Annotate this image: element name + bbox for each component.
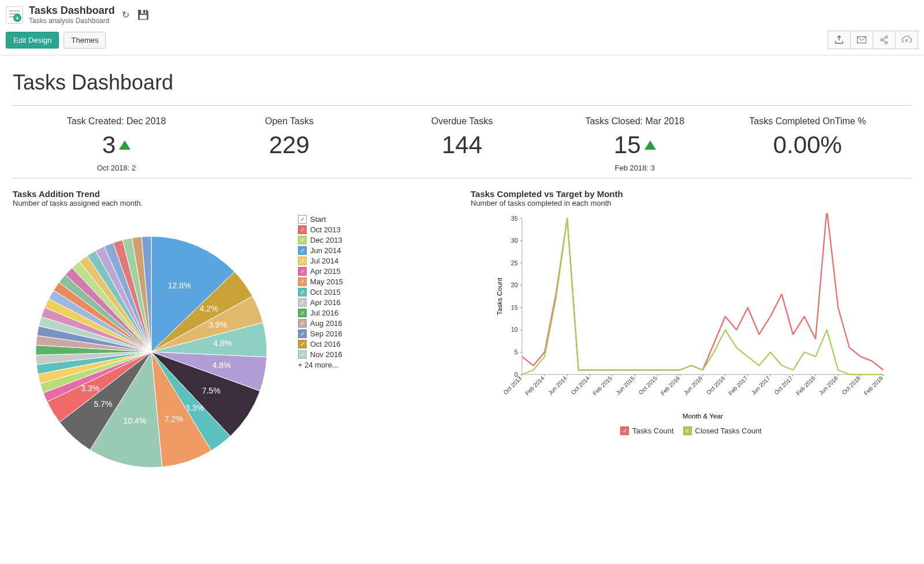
- export-icon[interactable]: [828, 31, 851, 49]
- legend-label: Closed Tasks Count: [695, 426, 762, 435]
- legend-item[interactable]: Jul 2016: [298, 309, 343, 317]
- svg-text:Feb 2016: Feb 2016: [660, 374, 681, 396]
- divider: [13, 105, 911, 106]
- legend-item[interactable]: Jun 2014: [298, 246, 343, 255]
- app-icon[interactable]: +: [6, 6, 23, 24]
- svg-text:12.8%: 12.8%: [168, 281, 191, 290]
- legend-more[interactable]: + 24 more...: [298, 361, 343, 369]
- svg-text:Jun 2014: Jun 2014: [547, 374, 568, 396]
- svg-text:Oct 2016: Oct 2016: [705, 374, 726, 395]
- kpi-created: Task Created: Dec 2018 3 Oct 2018: 2: [30, 116, 203, 172]
- svg-text:10: 10: [511, 326, 518, 333]
- legend-swatch-icon: [298, 246, 307, 255]
- share-icon[interactable]: [873, 31, 896, 49]
- svg-text:5.7%: 5.7%: [94, 399, 113, 409]
- legend-label: Jul 2016: [310, 309, 338, 317]
- kpi-value: 15: [614, 131, 641, 159]
- chart-subtitle: Number of tasks assigned each month.: [13, 199, 453, 207]
- svg-text:Jun 2018: Jun 2018: [818, 374, 839, 396]
- legend-label: Jul 2014: [310, 257, 338, 265]
- legend-label: Nov 2016: [310, 350, 342, 359]
- line-legend: Tasks Count Closed Tasks Count: [471, 425, 911, 437]
- svg-text:4.8%: 4.8%: [213, 361, 231, 370]
- legend-item[interactable]: Apr 2016: [298, 298, 343, 307]
- legend-item[interactable]: Sep 2016: [298, 329, 343, 338]
- page-title: Tasks Dashboard: [13, 70, 911, 95]
- trend-up-icon: [119, 140, 131, 150]
- themes-button[interactable]: Themes: [64, 32, 106, 49]
- kpi-label: Tasks Completed OnTime %: [749, 116, 866, 127]
- kpi-row: Task Created: Dec 2018 3 Oct 2018: 2 Ope…: [13, 116, 911, 176]
- svg-text:25: 25: [511, 259, 518, 266]
- divider: [13, 178, 911, 179]
- legend-swatch-icon: [298, 267, 307, 276]
- svg-text:Feb 2019: Feb 2019: [863, 374, 885, 396]
- svg-text:3.3%: 3.3%: [185, 403, 204, 413]
- legend-swatch-icon: [298, 309, 307, 317]
- legend-item[interactable]: Nov 2016: [298, 350, 343, 359]
- svg-text:Oct 2014: Oct 2014: [570, 374, 591, 395]
- pie-chart[interactable]: 12.8%4.2%3.9%4.8%4.8%7.5%3.3%7.2%10.4%5.…: [13, 213, 290, 479]
- svg-text:7.5%: 7.5%: [202, 386, 221, 395]
- svg-text:30: 30: [511, 237, 518, 244]
- email-icon[interactable]: [850, 31, 873, 49]
- svg-text:35: 35: [511, 215, 518, 222]
- kpi-value: 0.00%: [773, 131, 842, 159]
- edit-design-button[interactable]: Edit Design: [6, 32, 59, 49]
- svg-text:4.8%: 4.8%: [213, 339, 232, 348]
- list-icon: [9, 10, 20, 12]
- kpi-ontime: Tasks Completed OnTime % 0.00%: [721, 116, 894, 172]
- legend-item[interactable]: Start: [298, 215, 343, 224]
- legend-label: Aug 2016: [310, 319, 342, 328]
- plus-icon: +: [13, 14, 21, 22]
- svg-text:Oct 2013: Oct 2013: [502, 374, 523, 395]
- legend-item[interactable]: Oct 2015: [298, 288, 343, 296]
- kpi-value: 3: [102, 131, 116, 159]
- kpi-open: Open Tasks 229: [203, 116, 375, 172]
- legend-swatch-icon: [683, 426, 692, 435]
- svg-point-3: [885, 42, 888, 44]
- svg-text:5: 5: [515, 348, 518, 355]
- svg-text:Feb 2015: Feb 2015: [592, 374, 614, 396]
- legend-item[interactable]: Aug 2016: [298, 319, 343, 328]
- legend-label: Sep 2016: [310, 329, 342, 338]
- chart-subtitle: Number of tasks completed in each month: [471, 199, 911, 207]
- legend-item[interactable]: Jul 2014: [298, 257, 343, 265]
- svg-text:7.2%: 7.2%: [165, 414, 183, 424]
- svg-text:Tasks Count: Tasks Count: [495, 277, 503, 315]
- legend-swatch-icon: [298, 350, 307, 359]
- checkbox-icon: [298, 215, 307, 224]
- kpi-label: Overdue Tasks: [431, 116, 493, 127]
- legend-item[interactable]: May 2015: [298, 277, 343, 286]
- kpi-overdue: Overdue Tasks 144: [375, 116, 548, 172]
- svg-text:Jun 2015: Jun 2015: [614, 374, 636, 396]
- legend-item[interactable]: Oct 2016: [298, 340, 343, 348]
- legend-swatch-icon: [298, 329, 307, 338]
- legend-swatch-icon: [298, 236, 307, 244]
- legend-item[interactable]: Tasks Count: [620, 426, 674, 435]
- svg-point-1: [885, 36, 888, 38]
- legend-item[interactable]: Oct 2013: [298, 225, 343, 234]
- legend-more-label: + 24 more...: [298, 361, 338, 369]
- legend-label: Oct 2015: [310, 288, 341, 296]
- kpi-closed: Tasks Closed: Mar 2018 15 Feb 2018: 3: [549, 116, 721, 172]
- refresh-icon[interactable]: ↻: [122, 9, 129, 20]
- pie-chart-panel: Tasks Addition Trend Number of tasks ass…: [13, 189, 453, 479]
- legend-swatch-icon: [298, 288, 307, 296]
- save-icon[interactable]: 💾: [137, 9, 149, 20]
- legend-item[interactable]: Closed Tasks Count: [683, 426, 762, 435]
- legend-item[interactable]: Apr 2015: [298, 267, 343, 276]
- svg-text:Jun 2016: Jun 2016: [683, 374, 704, 396]
- legend-label: Dec 2013: [310, 236, 342, 244]
- kpi-label: Open Tasks: [265, 116, 314, 127]
- legend-label: Jun 2014: [310, 246, 341, 255]
- line-chart[interactable]: 05101520253035Oct 2013Feb 2014Jun 2014Oc…: [471, 213, 911, 421]
- svg-text:3.9%: 3.9%: [208, 320, 227, 329]
- cloud-upload-icon[interactable]: [895, 31, 918, 49]
- svg-text:4.2%: 4.2%: [200, 304, 218, 313]
- legend-item[interactable]: Dec 2013: [298, 236, 343, 244]
- legend-swatch-icon: [298, 319, 307, 328]
- kpi-value: 229: [269, 131, 310, 159]
- svg-text:Oct 2015: Oct 2015: [638, 374, 658, 395]
- svg-text:Feb 2018: Feb 2018: [795, 374, 817, 396]
